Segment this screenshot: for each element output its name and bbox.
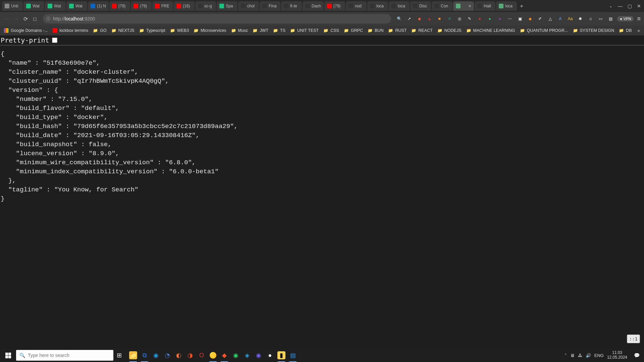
bookmark-item[interactable]: 📁GRPC	[344, 28, 363, 33]
browser-tab[interactable]: ft-te	[281, 1, 302, 11]
taskbar-app-chrome[interactable]: 🟡	[207, 349, 219, 362]
tray-network-icon[interactable]: 🖧	[578, 353, 582, 358]
browser-tab[interactable]: Con	[432, 1, 452, 11]
extensions-menu-icon[interactable]: ✱	[577, 15, 584, 22]
bookmark-item[interactable]: 📁CSS	[323, 28, 339, 33]
bookmark-item[interactable]: 📁REACT	[411, 28, 432, 33]
taskbar-app-brave[interactable]: ◆	[219, 349, 230, 362]
extension-dot-icon[interactable]: ●	[476, 15, 483, 22]
browser-tab[interactable]: (1) N	[88, 1, 109, 11]
taskbar-app-firefox[interactable]: ◐	[173, 349, 184, 362]
zoom-icon[interactable]: 🔍	[396, 15, 402, 22]
browser-tab[interactable]: (79)	[324, 1, 345, 11]
taskbar-app-telegram[interactable]: ◈	[241, 349, 253, 362]
browser-tab[interactable]: loca	[496, 1, 517, 11]
extension-pen-icon[interactable]: ✎	[466, 15, 473, 22]
extension-box-icon[interactable]: ▣	[517, 15, 523, 22]
bookmark-item[interactable]: Google Domains -...	[4, 28, 48, 33]
window-maximize-button[interactable]: ▢	[627, 3, 633, 9]
reload-button[interactable]: ⟳	[22, 15, 29, 22]
tray-display-icon[interactable]: 🖥	[570, 353, 575, 358]
extension-purple-icon[interactable]: ●	[496, 15, 503, 22]
browser-tab[interactable]: Dash	[303, 1, 324, 11]
bookmark-item[interactable]: 📁NODEJS	[437, 28, 462, 33]
bookmark-item[interactable]: 📁RUST	[388, 28, 407, 33]
bookmark-item[interactable]: 📁Typescript	[139, 28, 165, 33]
taskbar-app-docker[interactable]: ▤	[287, 349, 299, 362]
extension-icon[interactable]: ■	[436, 15, 443, 22]
task-view-button[interactable]: ⊞	[113, 349, 125, 362]
bookmark-item[interactable]: 📁TS	[273, 28, 285, 33]
cast-icon[interactable]: ▭	[597, 15, 604, 22]
browser-tab[interactable]: loca	[367, 1, 388, 11]
browser-tab[interactable]: Wat	[66, 1, 87, 11]
taskbar-app-firefox-dev[interactable]: ◑	[184, 349, 196, 362]
taskbar-app-opera[interactable]: O	[196, 349, 207, 362]
browser-tab[interactable]: chol	[238, 1, 259, 11]
taskbar-app-edge[interactable]: ◉	[150, 349, 162, 362]
window-close-button[interactable]: ✕	[636, 3, 642, 9]
bookmark-item[interactable]: 📁BUN	[368, 28, 383, 33]
window-minimize-button[interactable]: —	[617, 3, 623, 9]
browser-tab[interactable]: sc-g	[195, 1, 216, 11]
bookmark-page-button[interactable]: ◻	[32, 15, 38, 22]
bookmark-item[interactable]: 📁GO	[93, 28, 106, 33]
extension-green-icon[interactable]: ●	[486, 15, 493, 22]
bookmark-item[interactable]: 📁MACHINE LEARNING	[466, 28, 515, 33]
browser-tab[interactable]: (79)	[109, 1, 130, 11]
extension-dash-icon[interactable]: ⋯	[506, 15, 513, 22]
app-menu-button[interactable]: ≡	[637, 15, 641, 22]
taskbar-app-notes[interactable]: ▮	[276, 349, 287, 362]
tab-close-button[interactable]: ✕	[468, 4, 471, 8]
taskbar-app-vscode[interactable]: ⧉	[139, 349, 150, 362]
bookmark-item[interactable]: 📁Microservices	[194, 28, 226, 33]
brave-rewards-icon[interactable]: ▲	[426, 15, 433, 22]
extension-circle-icon[interactable]: ◎	[456, 15, 463, 22]
bookmark-item[interactable]: 📁UNIT TEST	[290, 28, 319, 33]
bookmark-item[interactable]: 📁QUANTUM PROGR...	[520, 28, 568, 33]
bookmark-item[interactable]: 📁NEXTJS	[111, 28, 135, 33]
bookmark-item[interactable]: kickbox termins	[53, 28, 88, 33]
tray-clock[interactable]: 11:03 12.05.2024	[607, 351, 627, 360]
browser-tab[interactable]: (16)	[174, 1, 195, 11]
extension-tri-icon[interactable]: △	[547, 15, 553, 22]
new-tab-button[interactable]: ＋	[518, 2, 526, 10]
extension-aa-icon[interactable]: Aa	[567, 15, 574, 22]
browser-tab[interactable]: Unti	[2, 1, 23, 11]
address-bar[interactable]: ⓘ http://localhost:9200	[43, 14, 391, 23]
extension-cube-icon[interactable]: ◆	[527, 15, 533, 22]
tray-notifications-button[interactable]: 💬	[631, 349, 643, 362]
share-icon[interactable]: ↗	[406, 15, 413, 22]
bookmark-item[interactable]: 📁JWT	[253, 28, 268, 33]
tray-language[interactable]: ENG	[594, 353, 604, 358]
taskbar-app-obs[interactable]: ●	[264, 349, 276, 362]
taskbar-app-whatsapp[interactable]: ◉	[230, 349, 241, 362]
nav-forward-button[interactable]: →	[13, 15, 19, 22]
taskbar-app-explorer[interactable]: 📁	[127, 349, 139, 362]
browser-tab[interactable]: loca	[389, 1, 410, 11]
start-button[interactable]	[0, 349, 16, 362]
media-music-icon[interactable]: ♫	[587, 15, 594, 22]
extension-a-icon[interactable]: A	[557, 15, 564, 22]
browser-tab[interactable]: (79)	[131, 1, 152, 11]
browser-tab[interactable]: nod	[346, 1, 367, 11]
sidebar-icon[interactable]: ▤	[607, 15, 614, 22]
vpn-button[interactable]: ● VPN	[617, 16, 634, 21]
bookmark-item[interactable]: 📁WEB3	[170, 28, 189, 33]
taskbar-search-box[interactable]: 🔍 Type here to search	[16, 350, 113, 361]
nav-back-button[interactable]: ←	[3, 15, 10, 22]
tray-volume-icon[interactable]: 🔊	[586, 353, 591, 358]
browser-tab[interactable]: Fina	[260, 1, 280, 11]
bookmarks-overflow-button[interactable]: »	[637, 28, 640, 33]
tabs-dropdown-button[interactable]: ⌄	[608, 4, 614, 8]
taskbar-app-viber[interactable]: ◉	[253, 349, 264, 362]
bookmark-item[interactable]: 📁SYSTEM DESIGN	[573, 28, 614, 33]
browser-tab[interactable]: Wat	[45, 1, 66, 11]
browser-tab[interactable]: Wat	[23, 1, 44, 11]
color-picker-icon[interactable]: ✐	[537, 15, 543, 22]
brave-shield-icon[interactable]: ◆	[416, 15, 423, 22]
tray-chevron-up-icon[interactable]: ˄	[565, 353, 567, 358]
react-devtools-icon[interactable]: ⚛	[446, 15, 453, 22]
bookmark-item[interactable]: 📁DB	[619, 28, 632, 33]
browser-tab[interactable]: FRE	[152, 1, 173, 11]
